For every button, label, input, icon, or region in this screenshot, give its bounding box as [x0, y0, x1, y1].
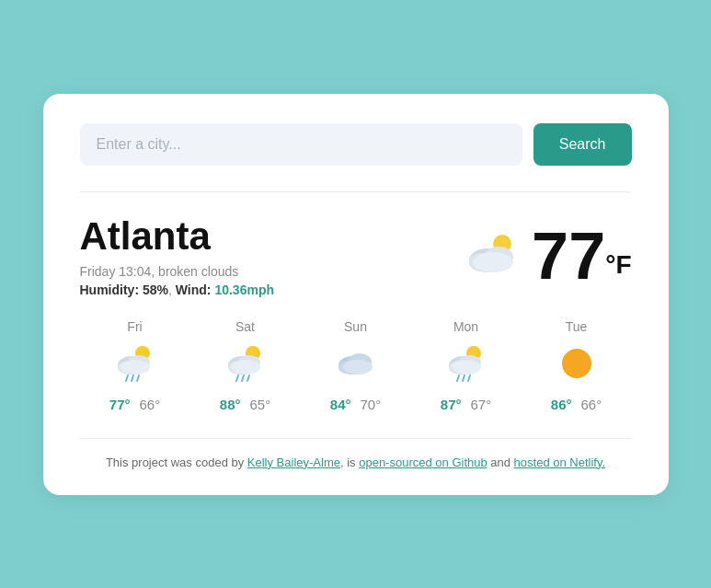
wind-label: Wind:: [176, 282, 212, 297]
temp-high-2: 84°: [330, 397, 351, 412]
svg-point-4: [473, 252, 513, 272]
forecast-icon-0: [113, 341, 157, 389]
current-weather: Atlanta Friday 13:04, broken clouds Humi…: [80, 214, 632, 297]
svg-line-19: [242, 375, 244, 381]
search-button[interactable]: Search: [533, 123, 632, 166]
svg-line-10: [126, 375, 128, 381]
svg-line-20: [247, 375, 249, 381]
temp-display: 77°F: [464, 223, 631, 289]
city-date: Friday 13:04, broken clouds: [80, 264, 275, 279]
svg-line-18: [236, 375, 238, 381]
svg-point-17: [231, 360, 260, 375]
search-input[interactable]: [80, 123, 522, 166]
city-name: Atlanta: [80, 214, 275, 259]
svg-point-29: [452, 360, 481, 375]
footer-github-link[interactable]: open-sourced on Github: [359, 455, 487, 469]
current-temperature: 77: [532, 219, 605, 293]
temp-low-0: 66°: [140, 397, 161, 412]
temp-high-3: 87°: [441, 397, 462, 412]
forecast-day-1: Sat 88° 65°: [190, 319, 301, 412]
forecast-icon-3: [444, 341, 488, 389]
footer-netlify-link[interactable]: hosted on Netlify.: [514, 455, 605, 469]
forecast-temps-3: 87° 67°: [441, 397, 491, 412]
forecast-row: Fri 77° 66° Sat: [80, 319, 632, 412]
current-temp-group: 77°F: [532, 223, 631, 289]
footer-text-middle: , is: [340, 455, 359, 469]
humidity-value: 58%: [143, 282, 168, 297]
forecast-icon-2: [334, 341, 378, 389]
temp-high-4: 86°: [551, 397, 572, 412]
footer-author-link[interactable]: Kelly Bailey-Alme: [247, 455, 340, 469]
temp-high-0: 77°: [109, 397, 131, 412]
svg-line-11: [132, 375, 133, 381]
forecast-icon-4: [555, 341, 599, 389]
forecast-day-4: Tue 86° 66°: [522, 319, 632, 412]
svg-line-32: [468, 375, 470, 381]
humidity-label: Humidity:: [80, 282, 140, 297]
current-weather-icon: [464, 229, 522, 282]
forecast-day-0: Fri 77° 66°: [80, 319, 190, 412]
forecast-temps-0: 77° 66°: [109, 397, 160, 412]
footer-text-before: This project was coded by: [106, 455, 247, 469]
temp-high-1: 88°: [220, 397, 241, 412]
weather-card: Search Atlanta Friday 13:04, broken clou…: [43, 94, 669, 495]
forecast-temps-1: 88° 65°: [220, 397, 270, 412]
svg-line-31: [463, 375, 464, 381]
city-info: Atlanta Friday 13:04, broken clouds Humi…: [80, 214, 275, 297]
temp-low-3: 67°: [471, 397, 492, 412]
temp-low-4: 66°: [581, 397, 602, 412]
wind-value: 10.36mph: [214, 282, 274, 297]
temp-low-1: 65°: [250, 397, 271, 412]
svg-point-9: [120, 360, 150, 375]
day-label-3: Mon: [453, 319, 478, 334]
day-label-0: Fri: [127, 319, 142, 334]
svg-point-33: [562, 349, 591, 378]
temp-low-2: 70°: [361, 397, 382, 412]
divider: [80, 191, 632, 192]
footer: This project was coded by Kelly Bailey-A…: [80, 438, 632, 469]
forecast-day-2: Sun 84° 70°: [301, 319, 411, 412]
svg-line-12: [137, 375, 139, 381]
svg-point-24: [343, 360, 373, 375]
temp-unit: °F: [605, 249, 631, 278]
svg-line-30: [457, 375, 459, 381]
search-row: Search: [80, 123, 632, 166]
forecast-day-3: Mon 87° 67°: [411, 319, 522, 412]
day-label-1: Sat: [235, 319, 255, 334]
city-details: Humidity: 58%, Wind: 10.36mph: [80, 282, 275, 297]
footer-text-and: and: [487, 455, 514, 469]
day-label-4: Tue: [566, 319, 588, 334]
day-label-2: Sun: [344, 319, 367, 334]
forecast-icon-1: [224, 341, 268, 389]
forecast-temps-4: 86° 66°: [551, 397, 602, 412]
forecast-temps-2: 84° 70°: [330, 397, 381, 412]
